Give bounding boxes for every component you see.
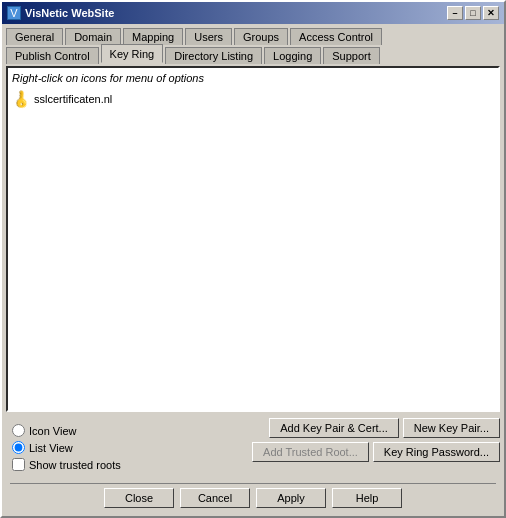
list-view-label: List View xyxy=(29,442,73,454)
button-row-1: Add Key Pair & Cert... New Key Pair... xyxy=(135,418,500,438)
icon-view-radio[interactable] xyxy=(12,424,25,437)
main-window: V VisNetic WebSite – □ ✕ General Domain … xyxy=(0,0,506,518)
content-area: Right-click on icons for menu of options… xyxy=(6,66,500,412)
tab-directory-listing[interactable]: Directory Listing xyxy=(165,47,262,64)
tab-groups[interactable]: Groups xyxy=(234,28,288,45)
action-buttons: Add Key Pair & Cert... New Key Pair... A… xyxy=(135,418,500,462)
tab-logging[interactable]: Logging xyxy=(264,47,321,64)
add-key-pair-button[interactable]: Add Key Pair & Cert... xyxy=(269,418,399,438)
tab-users[interactable]: Users xyxy=(185,28,232,45)
footer-buttons: Close Cancel Apply Help xyxy=(10,483,496,512)
tab-row-1: General Domain Mapping Users Groups Acce… xyxy=(2,24,504,43)
bottom-controls: Icon View List View Show trusted roots A… xyxy=(6,418,500,477)
help-button[interactable]: Help xyxy=(332,488,402,508)
tab-key-ring[interactable]: Key Ring xyxy=(101,44,164,63)
list-view-radio[interactable] xyxy=(12,441,25,454)
minimize-button[interactable]: – xyxy=(447,6,463,20)
title-bar-left: V VisNetic WebSite xyxy=(7,6,114,20)
tab-support[interactable]: Support xyxy=(323,47,380,64)
cancel-button[interactable]: Cancel xyxy=(180,488,250,508)
key-icon: 🔑 xyxy=(14,91,30,107)
tab-access-control[interactable]: Access Control xyxy=(290,28,382,45)
tab-publish-control[interactable]: Publish Control xyxy=(6,47,99,64)
icon-view-option[interactable]: Icon View xyxy=(12,424,121,437)
new-key-pair-button[interactable]: New Key Pair... xyxy=(403,418,500,438)
tab-row-2: Publish Control Key Ring Directory Listi… xyxy=(2,43,504,62)
hint-text: Right-click on icons for menu of options xyxy=(12,72,494,84)
show-trusted-roots-label: Show trusted roots xyxy=(29,459,121,471)
window-title: VisNetic WebSite xyxy=(25,7,114,19)
show-trusted-roots-checkbox[interactable] xyxy=(12,458,25,471)
maximize-button[interactable]: □ xyxy=(465,6,481,20)
list-view-option[interactable]: List View xyxy=(12,441,121,454)
list-item[interactable]: 🔑 sslcertificaten.nl xyxy=(12,90,494,108)
tab-mapping[interactable]: Mapping xyxy=(123,28,183,45)
icon-view-label: Icon View xyxy=(29,425,77,437)
key-ring-password-button[interactable]: Key Ring Password... xyxy=(373,442,500,462)
list-item-label: sslcertificaten.nl xyxy=(34,93,112,105)
add-trusted-root-button[interactable]: Add Trusted Root... xyxy=(252,442,369,462)
close-button[interactable]: Close xyxy=(104,488,174,508)
tab-domain[interactable]: Domain xyxy=(65,28,121,45)
show-trusted-roots-option[interactable]: Show trusted roots xyxy=(12,458,121,471)
close-window-button[interactable]: ✕ xyxy=(483,6,499,20)
title-buttons: – □ ✕ xyxy=(447,6,499,20)
title-bar: V VisNetic WebSite – □ ✕ xyxy=(2,2,504,24)
main-content: Right-click on icons for menu of options… xyxy=(2,62,504,516)
apply-button[interactable]: Apply xyxy=(256,488,326,508)
view-options: Icon View List View Show trusted roots xyxy=(6,418,127,477)
key-ring-list: 🔑 sslcertificaten.nl xyxy=(12,90,494,406)
app-icon: V xyxy=(7,6,21,20)
tab-general[interactable]: General xyxy=(6,28,63,45)
button-row-2: Add Trusted Root... Key Ring Password... xyxy=(135,442,500,462)
